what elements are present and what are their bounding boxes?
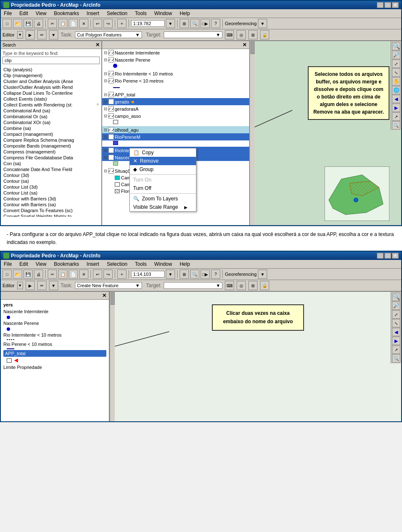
georef-dropdown2[interactable]: ▼ (258, 270, 267, 279)
list-item[interactable]: Contour (3d) (1, 172, 101, 178)
toc-close1[interactable]: ✕ (95, 42, 100, 48)
open-btn[interactable]: 📂 (13, 19, 22, 28)
georef-dropdown1[interactable]: ▼ (258, 19, 267, 28)
layer-checkbox[interactable]: ✓ (108, 155, 114, 160)
menu-help1[interactable]: Help (178, 10, 191, 17)
globe-btn[interactable]: 🌐 (392, 86, 400, 94)
copy-tb-btn2[interactable]: 📋 (58, 270, 67, 279)
pan-btn[interactable]: ✋ (392, 77, 400, 86)
add-data-btn2[interactable]: + (117, 270, 126, 279)
menu-file2[interactable]: File (3, 261, 13, 267)
scale-dropdown1[interactable]: ▼ (166, 19, 175, 28)
cut-btn[interactable]: ✂ (48, 19, 57, 28)
paste-btn2[interactable]: 📄 (69, 270, 78, 279)
editor-label2[interactable]: Editor (3, 283, 15, 288)
menu-view1[interactable]: View (34, 10, 48, 17)
layer-nascente-perene[interactable]: ⊟ ✓ Nascente Perene (102, 56, 249, 63)
zoom-in-map-btn2[interactable]: 🔍 (392, 293, 400, 301)
list-item[interactable]: Convert Diagram To Features (sc) (1, 208, 101, 213)
win-controls1[interactable]: _ □ ✕ (377, 2, 399, 8)
edit-tool[interactable]: ✏ (37, 30, 46, 39)
layer-checkbox[interactable]: ✓ (108, 78, 114, 83)
list-item[interactable]: Con (sa) (1, 161, 101, 166)
toc2-nascente-perene[interactable]: Nascente Perene (3, 320, 106, 327)
list-item[interactable]: Clip (management) (1, 73, 101, 78)
scale-input2[interactable]: 1:14.103 (131, 271, 165, 278)
forward-btn[interactable]: ▶ (392, 104, 400, 112)
layer-rio-perene-m[interactable]: ⊟ ✓ RioPereneM (102, 133, 249, 140)
layer-checkbox[interactable]: ✓ (108, 134, 114, 140)
minimize-btn1[interactable]: _ (377, 2, 384, 8)
toc2-limite[interactable]: Limite Propriedade (3, 364, 106, 371)
layer-geradorasA[interactable]: ⊟ ✓ geradorasA (102, 105, 249, 112)
layer-nascente-intermitente[interactable]: ⊟ ✓ Nascente Intermitente (102, 49, 249, 56)
layer-checkbox[interactable]: ✓ (108, 99, 114, 104)
toc2-app-total[interactable]: APP_total (3, 350, 106, 357)
vertex-btn2[interactable]: ⌨ (225, 281, 234, 290)
layer-rio-intermitente[interactable]: ⊟ ✓ Rio Intermitente < 10 metros (102, 70, 249, 77)
list-item[interactable]: Combinatorial XOr (sa) (1, 119, 101, 125)
editor-dropdown-btn1[interactable]: ▼ (17, 31, 23, 39)
list-item[interactable]: Cluster and Outlier Analysis (Anse (1, 78, 101, 84)
zoom-out-map-btn2[interactable]: 🔎 (392, 301, 400, 310)
print-btn[interactable]: 🖨 (34, 19, 43, 28)
save-btn[interactable]: 💾 (23, 19, 33, 28)
target-dropdown2[interactable]: ▼ (164, 282, 222, 289)
list-item[interactable]: Compare Replica Schema (manag (1, 137, 101, 143)
layer-checkbox[interactable]: ✓ (108, 50, 114, 55)
pointer-tool[interactable]: ▶ (26, 30, 35, 39)
list-item[interactable]: Contour List (sa) (1, 190, 101, 196)
list-item[interactable]: Combinatorial And (sa) (1, 108, 101, 114)
zoom-in-btn2[interactable]: 🔍 (190, 270, 199, 279)
edit-dropdown2[interactable]: ▼ (49, 281, 58, 290)
layer-checkbox[interactable]: ✓ (108, 168, 114, 174)
menu-tools2[interactable]: Tools (134, 261, 148, 267)
redo-btn[interactable]: ↪ (103, 19, 113, 28)
extra-nav-btn2[interactable]: 🔍 (392, 354, 400, 363)
close-btn1[interactable]: ✕ (392, 2, 399, 8)
menu-file1[interactable]: File (3, 10, 13, 17)
menu-insert2[interactable]: Insert (85, 261, 100, 267)
menu-tools1[interactable]: Tools (134, 10, 148, 17)
menu-window1[interactable]: Window (153, 10, 173, 17)
list-item[interactable]: Contour with Barriers (3d) (1, 196, 101, 202)
list-item[interactable]: Composite Bands (management) (1, 143, 101, 149)
grid-btn[interactable]: ⊞ (248, 30, 258, 39)
task-dropdown2[interactable]: Create New Feature ▼ (75, 282, 142, 289)
list-item[interactable]: Combinatorial Or (sa) (1, 114, 101, 119)
ctx-zoom-to-layers[interactable]: 🔍 Zoom To Layers (130, 195, 196, 203)
list-item[interactable]: Compress (management) (1, 149, 101, 155)
sketch-btn[interactable]: ◎ (237, 30, 246, 39)
layer-checkbox[interactable]: ✓ (108, 92, 114, 97)
print-btn2[interactable]: 🖨 (34, 270, 43, 279)
new-btn2[interactable]: □ (3, 270, 12, 279)
layer-checkbox[interactable]: ✓ (108, 127, 114, 132)
layer-checkbox[interactable]: ✓ (108, 57, 114, 62)
scale-input1[interactable]: 1:19.782 (131, 20, 165, 27)
menu-bookmarks1[interactable]: Bookmarks (53, 10, 80, 17)
list-item[interactable]: Contour with Barriers (sa) (1, 202, 101, 208)
ctx-group[interactable]: ◆ Group (130, 165, 196, 174)
select-nav-btn2[interactable]: ↗ (392, 345, 400, 354)
zoom-extent-btn2[interactable]: ⤡ (392, 319, 400, 327)
save-btn2[interactable]: 💾 (23, 270, 33, 279)
tools-btn2[interactable]: □▶ (201, 270, 210, 279)
list-item[interactable]: Combine (sa) (1, 125, 101, 131)
menu-view2[interactable]: View (34, 261, 48, 267)
list-item[interactable]: Collapse Dual Lines To Centerline (1, 90, 101, 96)
ctx-remove[interactable]: ✕ Remove (130, 157, 196, 165)
pointer-tool2[interactable]: ▶ (26, 281, 35, 290)
ctx-copy[interactable]: 📋 Copy (130, 148, 196, 157)
edit-dropdown[interactable]: ▼ (49, 30, 58, 39)
undo-btn2[interactable]: ↩ (93, 270, 102, 279)
menu-insert1[interactable]: Insert (85, 10, 100, 17)
ctx-turn-off[interactable]: Turn Off (130, 184, 196, 192)
help-cursor-btn1[interactable]: ? (211, 19, 220, 28)
forward-btn2[interactable]: ▶ (392, 337, 400, 345)
maximize-btn2[interactable]: □ (384, 253, 391, 259)
layers-close2[interactable]: ✕ (102, 293, 106, 298)
list-item[interactable]: Cluster/Outlier Analysis with Rend (1, 84, 101, 90)
back-btn[interactable]: ◀ (392, 95, 400, 103)
add-data-btn[interactable]: + (117, 19, 126, 28)
list-item[interactable]: Compact (management) (1, 131, 101, 137)
